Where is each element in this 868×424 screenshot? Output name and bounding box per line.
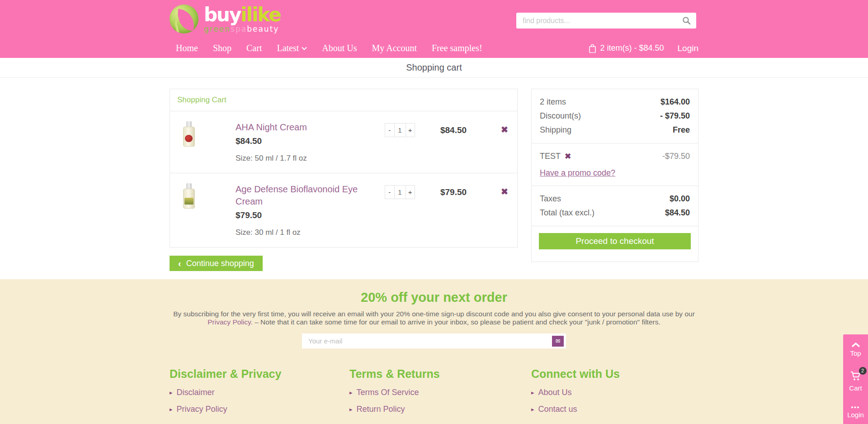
footer-link-terms-of-service[interactable]: ▸Terms Of Service	[349, 388, 531, 397]
qty-plus-button[interactable]: +	[406, 123, 415, 137]
caret-right-icon: ▸	[531, 406, 534, 413]
site-logo[interactable]: buyilike greenspabeauty	[170, 5, 281, 33]
product-name-link[interactable]: AHA Night Cream	[236, 121, 307, 133]
cart-item-row: Age Defense Bioflavonoid Eye Cream $79.5…	[170, 173, 517, 247]
footer-link-return-policy[interactable]: ▸Return Policy	[349, 405, 531, 414]
header-cart-status[interactable]: 2 item(s) - $84.50	[589, 43, 664, 53]
footer-col-disclaimer: Disclaimer & Privacy ▸Disclaimer ▸Privac…	[170, 367, 349, 414]
footer-link-privacy-policy[interactable]: ▸Privacy Policy	[170, 405, 349, 414]
brand-buy: buy	[204, 4, 241, 26]
product-unit-price: $84.50	[236, 136, 385, 146]
privacy-policy-link[interactable]: Privacy Policy.	[208, 318, 253, 326]
quantity-stepper: - +	[385, 123, 415, 137]
logo-text: buyilike greenspabeauty	[204, 5, 281, 33]
footer-link-disclaimer[interactable]: ▸Disclaimer	[170, 388, 349, 397]
floating-cart-button[interactable]: 2 Cart	[849, 371, 862, 392]
top-label: Top	[850, 349, 861, 357]
floating-login-button[interactable]: ••• Login	[847, 405, 864, 419]
nav-item-my-account[interactable]: My Account	[372, 43, 417, 53]
summary-label: 2 items	[540, 95, 566, 109]
login-link[interactable]: Login	[678, 43, 699, 53]
nav-item-about-us[interactable]: About Us	[322, 43, 357, 53]
remove-item-icon[interactable]: ✖	[492, 124, 517, 135]
cart-item-row: AHA Night Cream $84.50 Size: 50 ml / 1.7…	[170, 111, 517, 173]
nav-item-free-samples[interactable]: Free samples!	[432, 43, 482, 53]
search-box	[516, 13, 696, 29]
remove-item-icon[interactable]: ✖	[492, 186, 517, 197]
cart-panel-title: Shopping Cart	[170, 89, 517, 111]
qty-minus-button[interactable]: -	[385, 185, 395, 199]
summary-value: $0.00	[670, 192, 690, 206]
footer-link-about-us[interactable]: ▸About Us	[531, 388, 698, 397]
summary-value: $84.50	[665, 206, 690, 220]
summary-label: Total (tax excl.)	[540, 206, 594, 220]
quantity-value[interactable]	[394, 123, 406, 137]
footer-col-connect: Connect with Us ▸About Us ▸Contact us	[531, 367, 698, 414]
nav-item-shop[interactable]: Shop	[213, 43, 231, 53]
product-image[interactable]	[183, 183, 195, 209]
summary-label: Discount(s)	[540, 109, 581, 123]
product-name-link[interactable]: Age Defense Bioflavonoid Eye Cream	[236, 183, 362, 208]
voucher-code: TEST	[540, 149, 561, 163]
site-header: buyilike greenspabeauty Home Shop Cart L…	[0, 0, 868, 58]
tagline-green: green	[204, 24, 231, 33]
newsletter-section: 20% off your next order By subscribing f…	[0, 279, 868, 348]
brand-ilike: ilike	[241, 4, 280, 26]
nav-item-latest[interactable]: Latest	[277, 43, 307, 53]
proceed-to-checkout-button[interactable]: Proceed to checkout	[539, 233, 691, 249]
qty-plus-button[interactable]: +	[406, 185, 415, 199]
product-size: Size: 30 ml / 1 fl oz	[236, 228, 385, 237]
summary-value: $164.00	[660, 95, 690, 109]
summary-row-items: 2 items $164.00	[540, 95, 690, 109]
summary-row-shipping: Shipping Free	[540, 123, 690, 137]
cart-status-text: 2 item(s) - $84.50	[600, 43, 664, 53]
qty-minus-button[interactable]: -	[385, 123, 395, 137]
envelope-icon: ✉	[556, 338, 561, 344]
product-unit-price: $79.50	[236, 210, 385, 220]
footer-link-contact-us[interactable]: ▸Contact us	[531, 405, 698, 414]
page-bottom: 20% off your next order By subscribing f…	[0, 279, 868, 424]
page-title: Shopping cart	[406, 62, 462, 73]
search-icon	[682, 16, 691, 25]
voucher-row: TEST ✖ -$79.50	[540, 149, 690, 163]
newsletter-text: By subscribing for the very first time, …	[167, 310, 701, 326]
quantity-stepper: - +	[385, 185, 415, 199]
newsletter-form: ✉	[302, 333, 566, 348]
product-info: AHA Night Cream $84.50 Size: 50 ml / 1.7…	[236, 121, 385, 163]
caret-right-icon: ▸	[531, 389, 534, 396]
tax-total-section: Taxes $0.00 Total (tax excl.) $84.50	[532, 186, 698, 226]
summary-row-discount: Discount(s) - $79.50	[540, 109, 690, 123]
cart-summary-panel: 2 items $164.00 Discount(s) - $79.50 Shi…	[531, 89, 698, 262]
summary-label: Taxes	[540, 192, 561, 206]
promo-code-link[interactable]: Have a promo code?	[540, 166, 615, 180]
login-label: Login	[847, 411, 864, 419]
search-input[interactable]	[522, 16, 682, 25]
product-size: Size: 50 ml / 1.7 fl oz	[236, 154, 385, 163]
caret-right-icon: ▸	[170, 406, 173, 413]
chevron-down-icon	[302, 47, 307, 50]
summary-row-taxes: Taxes $0.00	[540, 192, 690, 206]
nav-item-home[interactable]: Home	[176, 43, 198, 53]
nav-item-cart[interactable]: Cart	[246, 43, 262, 53]
caret-right-icon: ▸	[170, 389, 173, 396]
email-field[interactable]	[307, 337, 552, 345]
quantity-value[interactable]	[394, 185, 406, 199]
chevron-up-icon	[851, 343, 860, 348]
page-title-bar: Shopping cart	[0, 58, 868, 78]
cart-badge: 2	[859, 367, 867, 375]
summary-row-total: Total (tax excl.) $84.50	[540, 206, 690, 220]
checkout-section: Proceed to checkout	[532, 226, 698, 262]
floating-side-widget: Top 2 Cart ••• Login	[843, 334, 868, 424]
summary-value: Free	[673, 123, 690, 137]
remove-voucher-icon[interactable]: ✖	[565, 149, 571, 163]
continue-shopping-button[interactable]: ‹ Continue shopping	[170, 256, 263, 271]
cart-label: Cart	[849, 384, 862, 392]
voucher-amount: -$79.50	[662, 149, 690, 163]
shopping-bag-icon	[589, 44, 596, 53]
product-image[interactable]	[183, 121, 195, 147]
main-content: Shopping Cart AHA Night Cream $84.50 Siz…	[170, 78, 698, 271]
page: buyilike greenspabeauty Home Shop Cart L…	[0, 0, 868, 424]
search-button[interactable]	[682, 16, 691, 25]
newsletter-submit-button[interactable]: ✉	[552, 336, 564, 347]
scroll-to-top-button[interactable]: Top	[850, 343, 861, 357]
